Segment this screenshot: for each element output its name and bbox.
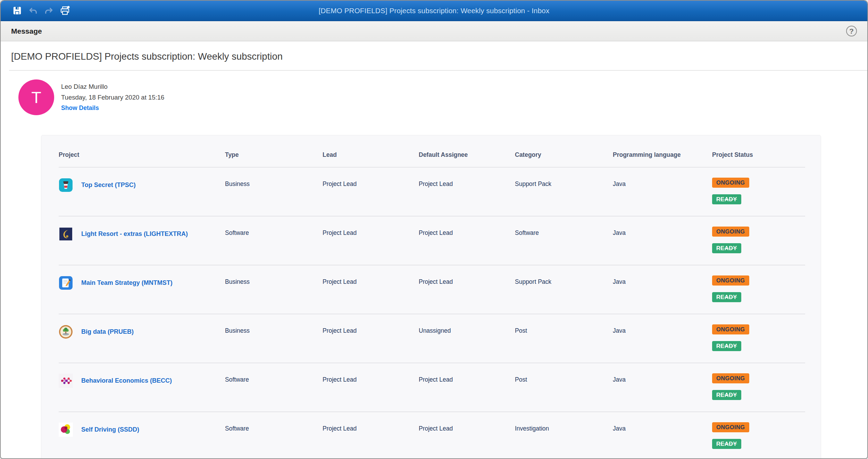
column-header: Type: [225, 151, 323, 159]
notepad-pencil-icon: [59, 276, 73, 290]
programming-language-cell: Java: [613, 412, 712, 459]
status-badge: READY: [712, 292, 741, 302]
status-badge: ONGOING: [712, 324, 749, 334]
type-cell: Software: [225, 216, 323, 265]
category-cell: Post: [515, 314, 613, 363]
window-title: [DEMO PROFIELDS] Projects subscription: …: [1, 7, 867, 15]
email-subject: [DEMO PROFIELDS] Projects subscription: …: [1, 41, 867, 62]
project-cell: Top Secret (TPSC): [59, 168, 225, 195]
table-header-row: ProjectTypeLeadDefault AssigneeCategoryP…: [59, 135, 805, 168]
default-assignee-cell: Project Lead: [419, 412, 515, 459]
status-badge: READY: [712, 390, 741, 400]
column-header: Category: [515, 151, 613, 159]
table-row: Behavioral Economics (BECC) Software Pro…: [59, 363, 805, 412]
show-details-link[interactable]: Show Details: [61, 104, 99, 112]
column-header: Programming language: [613, 151, 712, 159]
project-cell: Behavioral Economics (BECC): [59, 363, 225, 391]
table-row: Top Secret (TPSC) Business Project Lead …: [59, 168, 805, 216]
project-link[interactable]: Big data (PRUEB): [81, 328, 134, 335]
sender-block: T Leo Díaz Murillo Tuesday, 18 February …: [18, 79, 867, 115]
status-badge: READY: [712, 341, 741, 351]
column-header: Project: [59, 151, 225, 159]
default-assignee-cell: Project Lead: [419, 265, 515, 314]
default-assignee-cell: Project Lead: [419, 363, 515, 411]
default-assignee-cell: Project Lead: [419, 168, 515, 216]
programming-language-cell: Java: [613, 363, 712, 411]
projects-card: ProjectTypeLeadDefault AssigneeCategoryP…: [41, 135, 821, 459]
table-body: Top Secret (TPSC) Business Project Lead …: [59, 168, 805, 459]
type-cell: Business: [225, 168, 323, 216]
molecule-icon: [59, 374, 73, 388]
status-badge: ONGOING: [712, 373, 749, 383]
status-cell: ONGOINGREADY: [712, 412, 805, 459]
project-cell: Light Resort - extras (LIGHTEXTRA): [59, 216, 225, 244]
tab-message[interactable]: Message: [11, 27, 42, 35]
table-row: Light Resort - extras (LIGHTEXTRA) Softw…: [59, 216, 805, 265]
lead-cell: Project Lead: [323, 412, 419, 459]
type-cell: Business: [225, 314, 323, 363]
programming-language-cell: Java: [613, 265, 712, 314]
programming-language-cell: Java: [613, 314, 712, 363]
category-cell: Support Pack: [515, 168, 613, 216]
status-badge: READY: [712, 439, 741, 449]
project-link[interactable]: Light Resort - extras (LIGHTEXTRA): [81, 230, 188, 238]
sender-meta: Leo Díaz Murillo Tuesday, 18 February 20…: [61, 83, 164, 112]
project-cell: Big data (PRUEB): [59, 314, 225, 342]
status-badge: ONGOING: [712, 422, 749, 432]
table-row: Main Team Strategy (MNTMST) Business Pro…: [59, 265, 805, 314]
lead-cell: Project Lead: [323, 168, 419, 216]
status-cell: ONGOINGREADY: [712, 363, 805, 411]
sender-date: Tuesday, 18 February 2020 at 15:16: [61, 94, 164, 101]
coffee-cup-icon: [59, 178, 73, 192]
project-link[interactable]: Top Secret (TPSC): [81, 181, 136, 189]
avatar-letter: T: [31, 88, 41, 107]
undo-icon[interactable]: [28, 6, 38, 16]
help-icon[interactable]: ?: [846, 26, 857, 36]
programming-language-cell: Java: [613, 216, 712, 265]
status-cell: ONGOINGREADY: [712, 314, 805, 363]
category-cell: Investigation: [515, 412, 613, 459]
category-cell: Software: [515, 216, 613, 265]
project-cell: Self Driving (SSDD): [59, 412, 225, 440]
status-badge: ONGOING: [712, 178, 749, 188]
type-cell: Business: [225, 265, 323, 314]
crescent-icon: [59, 227, 73, 241]
project-link[interactable]: Behavioral Economics (BECC): [81, 377, 172, 384]
overlapping-circles-icon: [59, 423, 73, 437]
print-icon[interactable]: [60, 6, 70, 16]
lead-cell: Project Lead: [323, 363, 419, 411]
status-cell: ONGOINGREADY: [712, 265, 805, 314]
default-assignee-cell: Project Lead: [419, 216, 515, 265]
default-assignee-cell: Unassigned: [419, 314, 515, 363]
tab-bar: Message ?: [1, 21, 867, 41]
toolbar: [1, 6, 70, 16]
status-cell: ONGOINGREADY: [712, 216, 805, 265]
lead-cell: Project Lead: [323, 314, 419, 363]
table-row: Big data (PRUEB) Business Project Lead U…: [59, 314, 805, 363]
lead-cell: Project Lead: [323, 216, 419, 265]
save-icon[interactable]: [12, 6, 22, 16]
category-cell: Post: [515, 363, 613, 411]
tree-icon: [59, 325, 73, 339]
status-cell: ONGOINGREADY: [712, 168, 805, 216]
category-cell: Support Pack: [515, 265, 613, 314]
redo-icon[interactable]: [44, 6, 54, 16]
programming-language-cell: Java: [613, 168, 712, 216]
lead-cell: Project Lead: [323, 265, 419, 314]
type-cell: Software: [225, 363, 323, 411]
project-cell: Main Team Strategy (MNTMST): [59, 265, 225, 293]
divider: [9, 70, 867, 71]
sender-avatar: T: [18, 79, 54, 115]
project-link[interactable]: Self Driving (SSDD): [81, 426, 139, 433]
type-cell: Software: [225, 412, 323, 459]
column-header: Default Assignee: [419, 151, 515, 159]
status-badge: READY: [712, 194, 741, 204]
sender-name: Leo Díaz Murillo: [61, 83, 164, 91]
status-badge: ONGOING: [712, 227, 749, 237]
table-row: Self Driving (SSDD) Software Project Lea…: [59, 412, 805, 459]
mail-message-window: [DEMO PROFIELDS] Projects subscription: …: [0, 0, 868, 459]
project-link[interactable]: Main Team Strategy (MNTMST): [81, 279, 173, 287]
status-badge: ONGOING: [712, 275, 749, 286]
title-bar: [DEMO PROFIELDS] Projects subscription: …: [1, 1, 867, 21]
column-header: Lead: [323, 151, 419, 159]
